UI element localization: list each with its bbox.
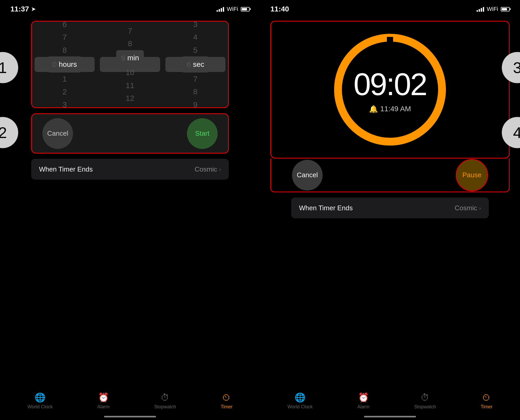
bell-icon: 🔔: [369, 105, 378, 113]
tab-stopwatch-right[interactable]: ⏱ Stopwatch: [414, 392, 436, 410]
alarm-icon-left: ⏰: [98, 392, 109, 403]
picker-col-min[interactable]: 7 8 9 min 10 11 12: [97, 24, 162, 105]
timer-icon-right: ⏲: [482, 392, 491, 403]
min-selected[interactable]: 9 min: [116, 50, 144, 66]
annotation-2: 2: [0, 117, 18, 148]
hours-selected-value: 0: [52, 58, 57, 71]
picker-col-hours[interactable]: 6 7 8 0 hours 1 2 3: [32, 21, 97, 108]
timer-ends-chevron-left: ›: [219, 166, 221, 172]
tab-timer-right[interactable]: ⏲ Timer: [481, 392, 492, 410]
alarm-icon-right: ⏰: [358, 392, 369, 403]
timer-running-display: 09:02 🔔 11:49 AM: [270, 21, 510, 159]
right-battery-fill: [502, 8, 507, 10]
sec-below-1: 7: [187, 73, 203, 86]
sec-below-2: 8: [187, 85, 203, 98]
right-status-bar: 11:40 WiFi: [260, 0, 520, 16]
world-clock-label-left: World Clock: [28, 404, 53, 410]
timer-icon-left: ⏲: [222, 392, 231, 403]
timer-buttons-border: Cancel Start: [31, 113, 229, 154]
r-signal-bar-1: [477, 10, 478, 12]
tab-stopwatch-left[interactable]: ⏱ Stopwatch: [154, 392, 176, 410]
pause-button[interactable]: Pause: [457, 160, 487, 191]
hours-above-2: 6: [57, 21, 73, 31]
world-clock-label-right: World Clock: [288, 404, 313, 410]
sec-above-2: 4: [187, 31, 203, 44]
tab-timer-left[interactable]: ⏲ Timer: [221, 392, 232, 410]
timer-ends-label-right: When Timer Ends: [299, 204, 353, 212]
stopwatch-label-right: Stopwatch: [414, 404, 436, 410]
right-time-text: 11:40: [270, 5, 289, 13]
timer-buttons-wrapper: Cancel Start: [31, 113, 229, 154]
right-wifi-icon: WiFi: [487, 6, 498, 12]
wifi-icon: WiFi: [227, 6, 238, 12]
pause-label: Pause: [462, 171, 482, 179]
signal-bars: [217, 6, 224, 12]
r-signal-bar-3: [481, 8, 482, 12]
hours-below-1: 1: [57, 73, 73, 86]
timer-ends-cosmic-right: Cosmic: [455, 204, 477, 212]
tab-alarm-left[interactable]: ⏰ Alarm: [97, 392, 109, 410]
min-above-1: 8: [122, 37, 138, 50]
sec-below-3: 9: [187, 98, 203, 108]
tab-world-clock-left[interactable]: 🌐 World Clock: [28, 392, 53, 410]
right-phone-panel: 11:40 WiFi 3 4 09:02: [260, 0, 520, 420]
left-home-indicator: [104, 416, 156, 417]
battery-fill: [242, 8, 247, 10]
timer-ends-row-left[interactable]: When Timer Ends Cosmic ›: [31, 159, 229, 180]
sec-selected[interactable]: 6 sec: [182, 56, 209, 73]
hours-below-2: 2: [57, 85, 73, 98]
signal-bar-2: [219, 9, 220, 12]
min-selected-value: 9: [121, 52, 125, 65]
running-buttons-row: Cancel Pause: [270, 159, 510, 192]
stopwatch-icon-left: ⏱: [161, 392, 170, 403]
alarm-label-left: Alarm: [97, 404, 109, 410]
timer-picker[interactable]: 6 7 8 0 hours 1 2 3: [32, 22, 228, 107]
timer-picker-wrapper: 6 7 8 0 hours 1 2 3: [31, 21, 229, 108]
cancel-button[interactable]: Cancel: [42, 118, 73, 149]
r-signal-bar-2: [479, 9, 480, 12]
battery-icon: [241, 7, 250, 11]
sec-selected-value: 6: [186, 58, 191, 71]
left-status-bar: 11:37 ➤ WiFi: [0, 0, 260, 16]
cancel-button-right[interactable]: Cancel: [292, 160, 323, 191]
timer-alarm-time: 🔔 11:49 AM: [369, 105, 411, 113]
alarm-time-text: 11:49 AM: [380, 105, 411, 113]
left-tab-bar: 🌐 World Clock ⏰ Alarm ⏱ Stopwatch ⏲ Time…: [0, 392, 260, 410]
stopwatch-label-left: Stopwatch: [154, 404, 176, 410]
location-icon: ➤: [31, 6, 36, 12]
sec-numbers: 3 4 5 6 sec 7 8 9: [182, 21, 209, 108]
timer-ends-cosmic-left: Cosmic: [195, 165, 217, 173]
world-clock-icon-right: 🌐: [295, 392, 306, 403]
min-above-2: 7: [122, 24, 138, 37]
timer-label-right: Timer: [481, 404, 492, 410]
min-below-1: 10: [122, 66, 138, 79]
stopwatch-icon-right: ⏱: [421, 392, 430, 403]
world-clock-icon-left: 🌐: [35, 392, 46, 403]
timer-picker-border: 6 7 8 0 hours 1 2 3: [31, 21, 229, 108]
left-status-icons: WiFi: [217, 6, 250, 12]
sec-label: sec: [193, 58, 204, 70]
right-home-indicator: [364, 416, 416, 417]
tab-alarm-right[interactable]: ⏰ Alarm: [357, 392, 369, 410]
timer-running-wrapper: 09:02 🔔 11:49 AM Cancel Pause: [270, 21, 510, 192]
ring-gap: [387, 37, 393, 46]
right-signal-bars: [477, 6, 484, 12]
right-status-icons: WiFi: [477, 6, 510, 12]
sec-above-1: 5: [187, 44, 203, 57]
min-below-2: 11: [122, 79, 138, 92]
signal-bar-1: [217, 10, 218, 12]
min-below-3: 12: [122, 92, 138, 105]
hours-selected[interactable]: 0 hours: [48, 56, 82, 73]
min-numbers: 7 8 9 min 10 11 12: [116, 24, 144, 105]
signal-bar-4: [223, 7, 224, 12]
picker-col-sec[interactable]: 3 4 5 6 sec 7 8 9: [163, 21, 228, 108]
cancel-label: Cancel: [47, 129, 68, 137]
timer-ends-label-left: When Timer Ends: [39, 165, 93, 173]
timer-ends-row-right[interactable]: When Timer Ends Cosmic ›: [291, 198, 489, 218]
cancel-label-right: Cancel: [297, 171, 318, 179]
sec-above-3: 3: [187, 21, 203, 31]
start-button[interactable]: Start: [187, 118, 218, 149]
right-status-time: 11:40: [270, 5, 289, 13]
tab-world-clock-right[interactable]: 🌐 World Clock: [288, 392, 313, 410]
hours-numbers: 6 7 8 0 hours 1 2 3: [48, 21, 82, 108]
